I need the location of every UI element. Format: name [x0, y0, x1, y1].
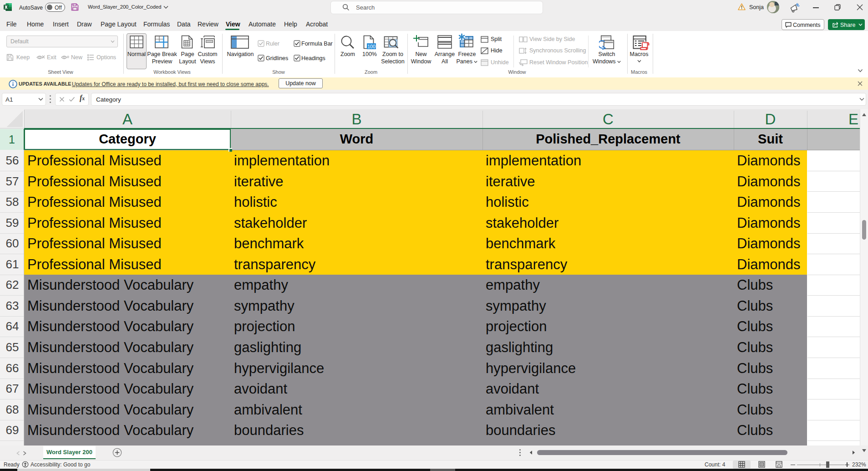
svg-text:100: 100 [367, 44, 376, 49]
